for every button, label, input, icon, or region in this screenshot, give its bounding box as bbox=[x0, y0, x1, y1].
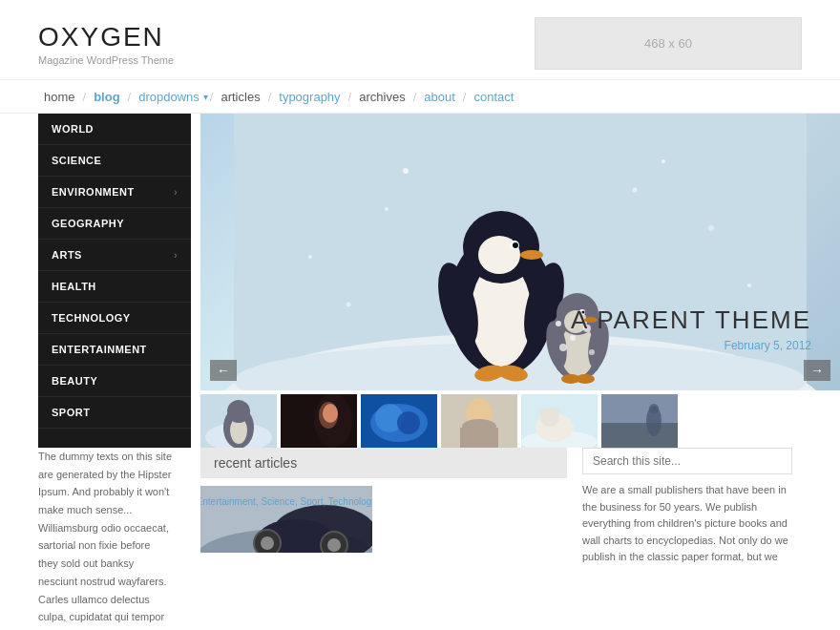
sidebar-item-entertainment[interactable]: ENTERTAINMENT bbox=[38, 334, 191, 366]
svg-point-56 bbox=[462, 419, 496, 434]
svg-point-33 bbox=[747, 284, 751, 287]
svg-point-72 bbox=[261, 536, 274, 550]
hero-image: A PARENT THEME February 5, 2012 ← → bbox=[200, 114, 840, 390]
thumb-3-img bbox=[361, 394, 437, 448]
svg-point-74 bbox=[327, 538, 341, 552]
svg-point-31 bbox=[308, 255, 312, 259]
nav-articles[interactable]: articles bbox=[215, 90, 265, 104]
sidebar: WORLD SCIENCE ENVIRONMENT› GEOGRAPHY ART… bbox=[38, 114, 191, 448]
logo-subtitle: Magazine WordPress Theme bbox=[38, 54, 174, 66]
svg-point-26 bbox=[403, 168, 409, 174]
recent-articles-title: recent articles bbox=[200, 448, 567, 478]
right-column: We are a small publishers that have been… bbox=[582, 448, 792, 630]
nav-sep: / bbox=[348, 90, 352, 104]
thumb-5[interactable] bbox=[521, 394, 598, 448]
thumb-4-img bbox=[441, 394, 517, 448]
nav-contact[interactable]: contact bbox=[468, 90, 519, 104]
nav-typography[interactable]: typography bbox=[273, 90, 346, 104]
header: OXYGEN Magazine WordPress Theme 468 x 60 bbox=[0, 0, 840, 79]
sidebar-item-environment[interactable]: ENVIRONMENT› bbox=[38, 177, 191, 208]
sidebar-item-technology[interactable]: TECHNOLOGY bbox=[38, 303, 191, 334]
nav-home[interactable]: home bbox=[38, 90, 81, 104]
thumb-1-img bbox=[200, 394, 277, 448]
recent-image: Entertainment, Science, Sport, Technolog… bbox=[200, 486, 372, 553]
svg-rect-64 bbox=[601, 423, 678, 448]
ad-banner: 468 x 60 bbox=[535, 17, 802, 70]
recent-content: Entertainment, Science, Sport, Technolog… bbox=[200, 486, 567, 553]
hero-prev-button[interactable]: ← bbox=[210, 360, 237, 381]
svg-rect-47 bbox=[281, 394, 357, 448]
right-content: recent articles Entert bbox=[200, 448, 802, 630]
thumbnails bbox=[200, 394, 840, 448]
sidebar-description: The dummy texts on this site are generat… bbox=[38, 448, 181, 630]
svg-point-43 bbox=[227, 400, 250, 423]
thumb-6-img bbox=[601, 394, 678, 448]
svg-point-28 bbox=[633, 188, 638, 193]
thumb-2-img bbox=[281, 394, 357, 448]
thumb-3[interactable] bbox=[361, 394, 437, 448]
nav-sep: / bbox=[268, 90, 272, 104]
nav-about[interactable]: about bbox=[418, 90, 461, 104]
nav-sep: / bbox=[128, 90, 132, 104]
recent-tags: Entertainment, Science, Sport, Technolog… bbox=[200, 492, 372, 509]
svg-point-32 bbox=[346, 303, 351, 307]
svg-point-66 bbox=[649, 404, 659, 413]
search-input[interactable] bbox=[582, 448, 792, 474]
thumb-2[interactable] bbox=[281, 394, 357, 448]
recent-tags-text: Entertainment, Science, Sport, Technolog… bbox=[200, 496, 372, 507]
logo-title: OXYGEN bbox=[38, 22, 174, 52]
nav-sep: / bbox=[413, 90, 417, 104]
svg-point-48 bbox=[323, 404, 338, 423]
recent-articles: recent articles Entert bbox=[200, 448, 567, 630]
main-content: WORLD SCIENCE ENVIRONMENT› GEOGRAPHY ART… bbox=[0, 114, 840, 448]
nav-dropdowns[interactable]: dropdowns ▾ bbox=[133, 90, 208, 104]
bottom-section: The dummy texts on this site are generat… bbox=[0, 448, 840, 630]
sidebar-item-sport[interactable]: SPORT bbox=[38, 397, 191, 429]
nav: home / blog / dropdowns ▾ / articles / t… bbox=[0, 79, 840, 114]
chevron-down-icon: ▾ bbox=[203, 92, 208, 102]
hero-area: A PARENT THEME February 5, 2012 ← → bbox=[200, 114, 840, 448]
thumb-4[interactable] bbox=[441, 394, 517, 448]
thumb-5-img bbox=[521, 394, 598, 448]
chevron-right-icon: › bbox=[174, 187, 178, 198]
nav-blog[interactable]: blog bbox=[88, 90, 125, 104]
svg-point-8 bbox=[520, 250, 543, 260]
about-text: We are a small publishers that have been… bbox=[582, 482, 792, 566]
svg-point-25 bbox=[576, 374, 595, 384]
hero-caption: A PARENT THEME February 5, 2012 bbox=[571, 305, 811, 352]
svg-point-61 bbox=[539, 409, 549, 418]
svg-point-29 bbox=[662, 159, 665, 163]
svg-point-34 bbox=[556, 321, 561, 326]
nav-sep: / bbox=[210, 90, 214, 104]
nav-archives[interactable]: archives bbox=[353, 90, 410, 104]
left-sidebar-text: The dummy texts on this site are generat… bbox=[38, 448, 191, 630]
sidebar-item-beauty[interactable]: BEAUTY bbox=[38, 366, 191, 397]
chevron-right-icon: › bbox=[174, 250, 178, 261]
nav-dropdowns-label[interactable]: dropdowns bbox=[133, 90, 201, 104]
svg-point-30 bbox=[708, 225, 714, 231]
svg-point-62 bbox=[551, 408, 560, 417]
sidebar-item-health[interactable]: HEALTH bbox=[38, 271, 191, 303]
hero-date: February 5, 2012 bbox=[571, 339, 811, 352]
svg-point-10 bbox=[513, 242, 518, 248]
hero-title: A PARENT THEME bbox=[571, 305, 811, 335]
sidebar-item-arts[interactable]: ARTS› bbox=[38, 240, 191, 271]
svg-point-37 bbox=[559, 344, 567, 351]
svg-point-27 bbox=[385, 207, 388, 211]
thumb-1[interactable] bbox=[200, 394, 277, 448]
nav-sep: / bbox=[463, 90, 467, 104]
logo-area: OXYGEN Magazine WordPress Theme bbox=[38, 22, 174, 66]
sidebar-item-world[interactable]: WORLD bbox=[38, 114, 191, 145]
hero-next-button[interactable]: → bbox=[804, 360, 830, 381]
sidebar-item-science[interactable]: SCIENCE bbox=[38, 145, 191, 177]
svg-point-52 bbox=[397, 411, 420, 434]
nav-sep: / bbox=[83, 90, 87, 104]
thumb-6[interactable] bbox=[601, 394, 678, 448]
sidebar-item-geography[interactable]: GEOGRAPHY bbox=[38, 208, 191, 240]
